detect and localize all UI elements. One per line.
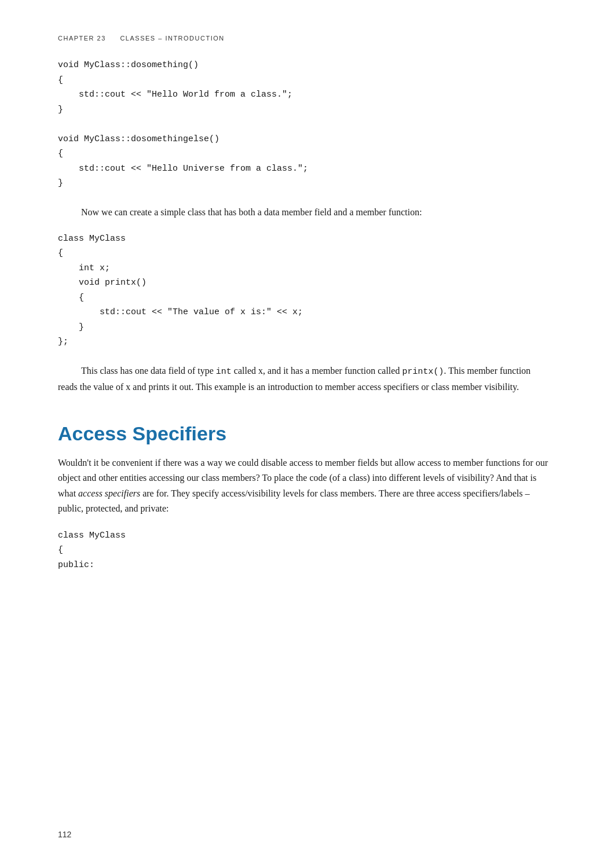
prose-3: Wouldn't it be convenient if there was a…	[58, 455, 550, 517]
code-block-1: void MyClass::dosomething() { std::cout …	[58, 58, 550, 191]
code-block-2: class MyClass { int x; void printx() { s…	[58, 231, 550, 350]
prose-2: This class has one data field of type in…	[58, 363, 550, 395]
prose-2-part2: called x, and it has a member function c…	[232, 366, 402, 376]
prose-1: Now we can create a simple class that ha…	[58, 205, 550, 220]
code-block-3: class MyClass { public:	[58, 528, 550, 573]
chapter-title: CLASSES – INTRODUCTION	[120, 35, 224, 42]
chapter-number: CHAPTER 23	[58, 35, 106, 42]
section-heading: Access Specifiers	[58, 422, 550, 445]
page: CHAPTER 23 CLASSES – INTRODUCTION void M…	[0, 0, 608, 868]
chapter-header: CHAPTER 23 CLASSES – INTRODUCTION	[58, 35, 550, 42]
prose-3-italic: access specifiers	[78, 488, 140, 498]
page-number: 112	[58, 830, 71, 839]
prose-2-printx: printx()	[402, 367, 444, 377]
prose-2-int: int	[216, 367, 232, 377]
prose-2-part1: This class has one data field of type	[81, 366, 216, 376]
